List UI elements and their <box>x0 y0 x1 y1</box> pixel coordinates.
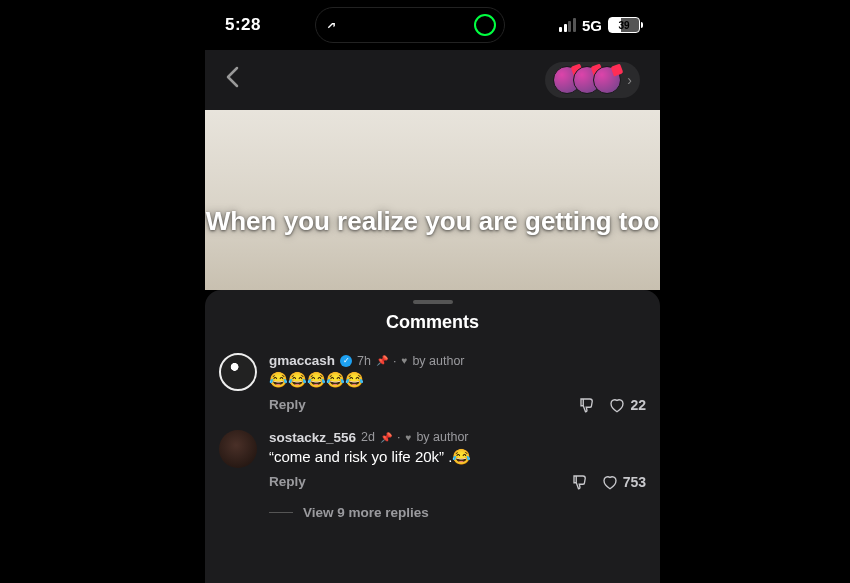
liked-by-author-label: by author <box>416 430 468 444</box>
pin-icon: 📌 <box>376 355 388 366</box>
video-preview[interactable]: When you realize you are getting too <box>205 110 660 290</box>
comment-username[interactable]: sostackz_556 <box>269 430 356 445</box>
like-button[interactable]: 753 <box>601 473 646 491</box>
video-overlay-text: When you realize you are getting too <box>205 205 660 239</box>
reply-button[interactable]: Reply <box>269 397 306 412</box>
signal-icon <box>559 18 576 32</box>
network-type: 5G <box>582 17 602 34</box>
pin-icon: 📌 <box>380 432 392 443</box>
view-more-label: View 9 more replies <box>303 505 429 520</box>
liked-by-author-label: by author <box>412 354 464 368</box>
avatar <box>593 66 621 94</box>
status-bar: 5:28 5G 39 <box>205 0 660 50</box>
comment-text: 😂😂😂😂😂 <box>269 371 646 390</box>
comments-sheet: Comments gmaccash ✓ 7h 📌 · ♥ by author 😂… <box>205 290 660 583</box>
maps-nav-icon <box>324 16 342 34</box>
audience-avatars[interactable]: › <box>545 62 640 98</box>
like-button[interactable]: 22 <box>608 396 646 414</box>
reply-button[interactable]: Reply <box>269 474 306 489</box>
battery-icon: 39 <box>608 17 640 33</box>
dynamic-island[interactable] <box>315 7 505 43</box>
comment-row: sostackz_556 2d 📌 · ♥ by author “come an… <box>205 422 660 499</box>
comment-avatar[interactable] <box>219 353 257 391</box>
sheet-grabber[interactable] <box>413 300 453 304</box>
comment-username[interactable]: gmaccash <box>269 353 335 368</box>
comment-age: 2d <box>361 430 375 444</box>
view-more-replies[interactable]: View 9 more replies <box>205 499 660 526</box>
divider-line <box>269 512 293 513</box>
verified-badge-icon: ✓ <box>340 355 352 367</box>
chevron-right-icon: › <box>627 72 632 88</box>
dislike-button[interactable] <box>571 473 589 491</box>
top-nav: › <box>205 50 660 110</box>
comment-age: 7h <box>357 354 371 368</box>
like-count: 22 <box>630 397 646 413</box>
status-time: 5:28 <box>225 15 261 35</box>
comment-avatar[interactable] <box>219 430 257 468</box>
status-right: 5G 39 <box>559 17 640 34</box>
comment-meta: sostackz_556 2d 📌 · ♥ by author <box>269 430 646 445</box>
heart-icon: ♥ <box>405 432 411 443</box>
heart-icon: ♥ <box>401 355 407 366</box>
comment-meta: gmaccash ✓ 7h 📌 · ♥ by author <box>269 353 646 368</box>
comment-text: “come and risk yo life 20k” .😂 <box>269 448 646 467</box>
like-count: 753 <box>623 474 646 490</box>
comment-row: gmaccash ✓ 7h 📌 · ♥ by author 😂😂😂😂😂 Repl… <box>205 345 660 422</box>
activity-ring-icon <box>474 14 496 36</box>
phone-frame: 5:28 5G 39 › When you realize you are ge… <box>205 0 660 583</box>
comments-title: Comments <box>205 312 660 333</box>
dislike-button[interactable] <box>578 396 596 414</box>
back-button[interactable] <box>225 66 239 94</box>
